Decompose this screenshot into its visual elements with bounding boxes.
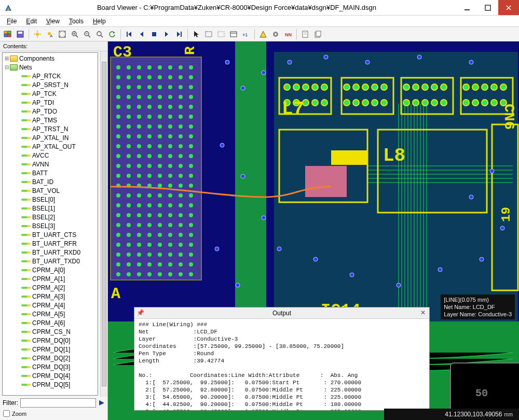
svg-point-92 bbox=[127, 105, 131, 109]
menu-tools[interactable]: Tools bbox=[65, 17, 87, 26]
svg-text:NN: NN bbox=[285, 32, 292, 37]
tree-node-nets[interactable]: ⊟Nets bbox=[4, 63, 97, 72]
status-coords: 41.12300,103.49056 bbox=[445, 411, 502, 418]
svg-point-91 bbox=[116, 105, 120, 109]
snap-x1-icon[interactable]: ×1 bbox=[240, 29, 252, 40]
svg-rect-7 bbox=[8, 31, 11, 34]
tree-net-item[interactable]: AP_TMS bbox=[4, 116, 97, 124]
tree-net-item[interactable]: AP_TDI bbox=[4, 98, 97, 107]
tree-net-item[interactable]: CPRM_A[4] bbox=[4, 301, 97, 310]
layers-icon[interactable] bbox=[2, 29, 13, 40]
tree-net-item[interactable]: CPRM_CS_N bbox=[4, 327, 97, 336]
autobrightness-icon[interactable]: A bbox=[44, 29, 56, 40]
menu-help[interactable]: Help bbox=[89, 17, 110, 26]
minimize-button[interactable] bbox=[457, 0, 477, 15]
tree-net-item[interactable]: AVCC bbox=[4, 151, 97, 160]
filter-input[interactable] bbox=[20, 398, 96, 408]
menu-file[interactable]: File bbox=[3, 17, 20, 26]
refresh-icon[interactable] bbox=[106, 29, 118, 40]
close-button[interactable] bbox=[498, 0, 519, 15]
output-body[interactable]: ### Line(Wiring) ### Net :LCD_DF Layer :… bbox=[134, 319, 429, 410]
tree-scrollbar[interactable] bbox=[100, 51, 107, 397]
svg-point-246 bbox=[344, 100, 350, 106]
tree-net-item[interactable]: BAT_VOL bbox=[4, 186, 97, 195]
tree-net-item[interactable]: CPRM_A[2] bbox=[4, 283, 97, 292]
tree-net-item[interactable]: CPRM_A[3] bbox=[4, 292, 97, 301]
nav-next-icon[interactable] bbox=[161, 29, 172, 40]
tree-net-item[interactable]: BT_UART_TXD0 bbox=[4, 257, 97, 265]
tree-net-item[interactable]: AP_RTCK bbox=[4, 72, 97, 80]
tree-node-components[interactable]: ⊞Components bbox=[4, 54, 97, 63]
tree-net-item[interactable]: AP_SRST_N bbox=[4, 80, 97, 89]
contents-tree[interactable]: ⊞Components⊟NetsAP_RTCKAP_SRST_NAP_TCKAP… bbox=[2, 52, 98, 396]
tree-net-item[interactable]: CPRM_DQ[3] bbox=[4, 362, 97, 371]
tool-multi-sheet-icon[interactable] bbox=[312, 29, 323, 40]
zoom-checkbox[interactable] bbox=[3, 410, 10, 417]
tree-net-item[interactable]: CPRM_DQ[1] bbox=[4, 345, 97, 354]
fit-icon[interactable] bbox=[57, 29, 68, 40]
tree-net-item[interactable]: BT_UART_RFR bbox=[4, 239, 97, 248]
tree-net-item[interactable]: BSEL[3] bbox=[4, 221, 97, 230]
tree-net-item[interactable]: CPRM_DQ[2] bbox=[4, 354, 97, 362]
tree-net-item[interactable]: BT_UART_RXD0 bbox=[4, 248, 97, 257]
nav-stop-icon[interactable] bbox=[148, 29, 160, 40]
brightness-icon[interactable] bbox=[32, 29, 43, 40]
filter-go-button[interactable] bbox=[98, 398, 105, 408]
save-icon[interactable] bbox=[15, 29, 26, 40]
pin-icon[interactable]: 📌 bbox=[136, 309, 144, 316]
svg-point-261 bbox=[431, 84, 438, 90]
tool-sheet-icon[interactable] bbox=[299, 29, 311, 40]
svg-point-208 bbox=[168, 243, 172, 247]
grid-window-icon[interactable] bbox=[228, 29, 239, 40]
zoom-in-icon[interactable] bbox=[69, 29, 80, 40]
maximize-button[interactable] bbox=[477, 0, 498, 15]
svg-point-152 bbox=[168, 174, 172, 178]
svg-point-263 bbox=[441, 84, 447, 90]
tree-net-item[interactable]: BSEL[0] bbox=[4, 195, 97, 204]
tree-net-item[interactable]: BT_UART_CTS bbox=[4, 230, 97, 239]
tree-net-item[interactable]: CPRM_DQ[0] bbox=[4, 336, 97, 345]
select-dotted-icon[interactable] bbox=[215, 29, 227, 40]
tree-net-item[interactable]: AP_TCK bbox=[4, 89, 97, 98]
tool-gear-icon[interactable] bbox=[270, 29, 281, 40]
tree-net-item[interactable]: CPRM_A[1] bbox=[4, 274, 97, 283]
svg-point-213 bbox=[137, 253, 141, 257]
svg-point-241 bbox=[312, 84, 318, 90]
tree-net-item[interactable]: BATT bbox=[4, 169, 97, 177]
tree-net-item[interactable]: BAT_ID bbox=[4, 177, 97, 186]
svg-point-257 bbox=[413, 84, 419, 90]
pcb-canvas[interactable]: C3 R L7 L8 IC14 A CN6 19 50 [LINE](0.075… bbox=[108, 41, 519, 420]
nav-last-icon[interactable] bbox=[173, 29, 185, 40]
svg-point-135 bbox=[158, 154, 162, 158]
tree-net-item[interactable]: AP_XTAL_OUT bbox=[4, 142, 97, 151]
nav-prev-icon[interactable] bbox=[136, 29, 147, 40]
svg-marker-52 bbox=[99, 400, 104, 405]
menu-view[interactable]: View bbox=[43, 17, 63, 26]
tree-net-item[interactable]: CPRM_A[5] bbox=[4, 310, 97, 318]
output-panel[interactable]: 📌 Output ✕ ### Line(Wiring) ### Net :LCD… bbox=[134, 307, 430, 411]
tree-net-item[interactable]: BSEL[1] bbox=[4, 204, 97, 213]
select-area-icon[interactable] bbox=[203, 29, 214, 40]
svg-point-211 bbox=[116, 253, 120, 257]
tool-red-icon[interactable]: NN bbox=[282, 29, 294, 40]
svg-point-134 bbox=[147, 154, 152, 158]
tree-net-item[interactable]: BSEL[2] bbox=[4, 213, 97, 221]
tree-net-item[interactable]: AVNN bbox=[4, 160, 97, 169]
svg-text:A: A bbox=[50, 34, 53, 38]
tree-net-item[interactable]: AP_TDO bbox=[4, 107, 97, 116]
tool-warn-icon[interactable] bbox=[257, 29, 269, 40]
tree-net-item[interactable]: AP_XTAL_IN bbox=[4, 133, 97, 142]
tree-net-item[interactable]: AP_TRST_N bbox=[4, 124, 97, 133]
cursor-icon[interactable] bbox=[190, 29, 202, 40]
zoom-out-icon[interactable] bbox=[81, 29, 93, 40]
nav-first-icon[interactable] bbox=[124, 29, 135, 40]
output-close-button[interactable]: ✕ bbox=[419, 309, 427, 317]
menu-edit[interactable]: Edit bbox=[22, 17, 40, 26]
tree-net-item[interactable]: CPRM_DQ[4] bbox=[4, 371, 97, 380]
tree-net-item[interactable]: CPRM_A[6] bbox=[4, 318, 97, 327]
tree-net-item[interactable]: CPRM_A[0] bbox=[4, 265, 97, 274]
tree-net-item[interactable]: CPRM_DQ[5] bbox=[4, 380, 97, 389]
zoom-area-icon[interactable] bbox=[94, 29, 105, 40]
svg-point-200 bbox=[168, 233, 172, 237]
filter-label: Filter: bbox=[3, 399, 18, 407]
